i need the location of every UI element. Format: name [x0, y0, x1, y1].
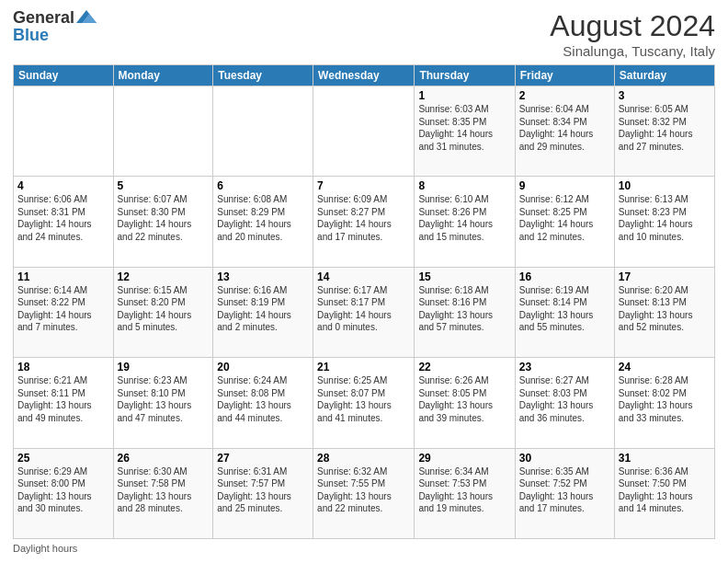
- day-info: Sunrise: 6:25 AMSunset: 8:07 PMDaylight:…: [317, 374, 410, 424]
- week-row-3: 11Sunrise: 6:14 AMSunset: 8:22 PMDayligh…: [14, 267, 715, 357]
- day-cell: 1Sunrise: 6:03 AMSunset: 8:35 PMDaylight…: [415, 86, 515, 177]
- day-info: Sunrise: 6:09 AMSunset: 8:27 PMDaylight:…: [317, 193, 410, 243]
- day-cell: 6Sunrise: 6:08 AMSunset: 8:29 PMDaylight…: [213, 177, 313, 267]
- daylight-label: Daylight hours: [13, 543, 77, 554]
- day-cell: 23Sunrise: 6:27 AMSunset: 8:03 PMDayligh…: [515, 358, 614, 448]
- day-number: 4: [17, 179, 109, 192]
- weekday-header-tuesday: Tuesday: [213, 65, 313, 86]
- calendar: SundayMondayTuesdayWednesdayThursdayFrid…: [13, 64, 715, 539]
- day-cell: 28Sunrise: 6:32 AMSunset: 7:55 PMDayligh…: [313, 448, 415, 538]
- day-number: 23: [519, 361, 610, 373]
- day-number: 1: [418, 89, 510, 102]
- day-number: 26: [118, 452, 210, 465]
- day-info: Sunrise: 6:17 AMSunset: 8:17 PMDaylight:…: [317, 284, 410, 334]
- day-number: 8: [418, 179, 510, 192]
- day-info: Sunrise: 6:08 AMSunset: 8:29 PMDaylight:…: [217, 193, 309, 243]
- day-number: 21: [317, 361, 410, 373]
- day-cell: 10Sunrise: 6:13 AMSunset: 8:23 PMDayligh…: [614, 177, 714, 267]
- day-number: 20: [217, 361, 309, 373]
- day-number: 16: [519, 270, 610, 283]
- day-cell: 31Sunrise: 6:36 AMSunset: 7:50 PMDayligh…: [614, 448, 714, 538]
- day-number: 30: [519, 452, 610, 465]
- day-info: Sunrise: 6:34 AMSunset: 7:53 PMDaylight:…: [418, 465, 510, 515]
- day-number: 17: [619, 270, 711, 283]
- page: General Blue August 2024 Sinalunga, Tusc…: [0, 0, 728, 563]
- day-cell: 2Sunrise: 6:04 AMSunset: 8:34 PMDaylight…: [515, 86, 614, 177]
- week-row-2: 4Sunrise: 6:06 AMSunset: 8:31 PMDaylight…: [14, 177, 715, 267]
- day-number: 19: [118, 361, 210, 373]
- day-number: 11: [17, 270, 109, 283]
- day-info: Sunrise: 6:20 AMSunset: 8:13 PMDaylight:…: [619, 284, 711, 334]
- day-cell: 24Sunrise: 6:28 AMSunset: 8:02 PMDayligh…: [614, 358, 714, 448]
- day-number: 2: [519, 89, 610, 102]
- day-info: Sunrise: 6:27 AMSunset: 8:03 PMDaylight:…: [519, 374, 610, 424]
- day-number: 24: [619, 361, 711, 373]
- day-info: Sunrise: 6:31 AMSunset: 7:57 PMDaylight:…: [217, 465, 309, 515]
- day-cell: 25Sunrise: 6:29 AMSunset: 8:00 PMDayligh…: [14, 448, 114, 538]
- day-number: 18: [17, 361, 109, 373]
- day-number: 15: [418, 270, 510, 283]
- week-row-4: 18Sunrise: 6:21 AMSunset: 8:11 PMDayligh…: [14, 358, 715, 448]
- day-info: Sunrise: 6:30 AMSunset: 7:58 PMDaylight:…: [118, 465, 210, 515]
- day-number: 12: [118, 270, 210, 283]
- day-cell: [14, 86, 114, 177]
- logo-blue-text: Blue: [13, 26, 49, 44]
- day-number: 13: [217, 270, 309, 283]
- day-cell: 29Sunrise: 6:34 AMSunset: 7:53 PMDayligh…: [415, 448, 515, 538]
- day-cell: 14Sunrise: 6:17 AMSunset: 8:17 PMDayligh…: [313, 267, 415, 357]
- day-number: 6: [217, 179, 309, 192]
- day-cell: 8Sunrise: 6:10 AMSunset: 8:26 PMDaylight…: [415, 177, 515, 267]
- day-info: Sunrise: 6:05 AMSunset: 8:32 PMDaylight:…: [619, 103, 711, 153]
- day-cell: 7Sunrise: 6:09 AMSunset: 8:27 PMDaylight…: [313, 177, 415, 267]
- title-block: August 2024 Sinalunga, Tuscany, Italy: [550, 9, 715, 59]
- day-info: Sunrise: 6:18 AMSunset: 8:16 PMDaylight:…: [418, 284, 510, 334]
- day-number: 10: [619, 179, 711, 192]
- day-cell: 15Sunrise: 6:18 AMSunset: 8:16 PMDayligh…: [415, 267, 515, 357]
- day-cell: 3Sunrise: 6:05 AMSunset: 8:32 PMDaylight…: [614, 86, 714, 177]
- day-cell: 30Sunrise: 6:35 AMSunset: 7:52 PMDayligh…: [515, 448, 614, 538]
- day-info: Sunrise: 6:03 AMSunset: 8:35 PMDaylight:…: [418, 103, 510, 153]
- day-info: Sunrise: 6:15 AMSunset: 8:20 PMDaylight:…: [118, 284, 210, 334]
- day-info: Sunrise: 6:14 AMSunset: 8:22 PMDaylight:…: [17, 284, 109, 334]
- day-cell: 16Sunrise: 6:19 AMSunset: 8:14 PMDayligh…: [515, 267, 614, 357]
- day-cell: 13Sunrise: 6:16 AMSunset: 8:19 PMDayligh…: [213, 267, 313, 357]
- logo-text: General: [13, 9, 97, 26]
- day-info: Sunrise: 6:12 AMSunset: 8:25 PMDaylight:…: [519, 193, 610, 243]
- logo: General Blue: [13, 9, 97, 45]
- day-info: Sunrise: 6:16 AMSunset: 8:19 PMDaylight:…: [217, 284, 309, 334]
- day-number: 14: [317, 270, 410, 283]
- day-cell: 5Sunrise: 6:07 AMSunset: 8:30 PMDaylight…: [113, 177, 213, 267]
- day-number: 7: [317, 179, 410, 192]
- day-info: Sunrise: 6:28 AMSunset: 8:02 PMDaylight:…: [619, 374, 711, 424]
- day-info: Sunrise: 6:19 AMSunset: 8:14 PMDaylight:…: [519, 284, 610, 334]
- day-info: Sunrise: 6:06 AMSunset: 8:31 PMDaylight:…: [17, 193, 109, 243]
- day-cell: 4Sunrise: 6:06 AMSunset: 8:31 PMDaylight…: [14, 177, 114, 267]
- header: General Blue August 2024 Sinalunga, Tusc…: [13, 9, 715, 59]
- day-info: Sunrise: 6:35 AMSunset: 7:52 PMDaylight:…: [519, 465, 610, 515]
- day-info: Sunrise: 6:29 AMSunset: 8:00 PMDaylight:…: [17, 465, 109, 515]
- day-cell: 26Sunrise: 6:30 AMSunset: 7:58 PMDayligh…: [113, 448, 213, 538]
- day-info: Sunrise: 6:13 AMSunset: 8:23 PMDaylight:…: [619, 193, 711, 243]
- day-info: Sunrise: 6:04 AMSunset: 8:34 PMDaylight:…: [519, 103, 610, 153]
- day-number: 27: [217, 452, 309, 465]
- weekday-header-wednesday: Wednesday: [313, 65, 415, 86]
- weekday-header-saturday: Saturday: [614, 65, 714, 86]
- day-cell: 19Sunrise: 6:23 AMSunset: 8:10 PMDayligh…: [113, 358, 213, 448]
- weekday-header-monday: Monday: [113, 65, 213, 86]
- day-info: Sunrise: 6:36 AMSunset: 7:50 PMDaylight:…: [619, 465, 711, 515]
- day-number: 31: [619, 452, 711, 465]
- day-cell: 17Sunrise: 6:20 AMSunset: 8:13 PMDayligh…: [614, 267, 714, 357]
- day-cell: 22Sunrise: 6:26 AMSunset: 8:05 PMDayligh…: [415, 358, 515, 448]
- day-cell: 18Sunrise: 6:21 AMSunset: 8:11 PMDayligh…: [14, 358, 114, 448]
- day-number: 25: [17, 452, 109, 465]
- logo-icon: [76, 10, 97, 25]
- day-number: 28: [317, 452, 410, 465]
- day-cell: 20Sunrise: 6:24 AMSunset: 8:08 PMDayligh…: [213, 358, 313, 448]
- footer: Daylight hours: [13, 543, 715, 554]
- day-cell: [313, 86, 415, 177]
- day-cell: 27Sunrise: 6:31 AMSunset: 7:57 PMDayligh…: [213, 448, 313, 538]
- weekday-header-sunday: Sunday: [14, 65, 114, 86]
- day-number: 29: [418, 452, 510, 465]
- weekday-header-row: SundayMondayTuesdayWednesdayThursdayFrid…: [14, 65, 715, 86]
- day-info: Sunrise: 6:07 AMSunset: 8:30 PMDaylight:…: [118, 193, 210, 243]
